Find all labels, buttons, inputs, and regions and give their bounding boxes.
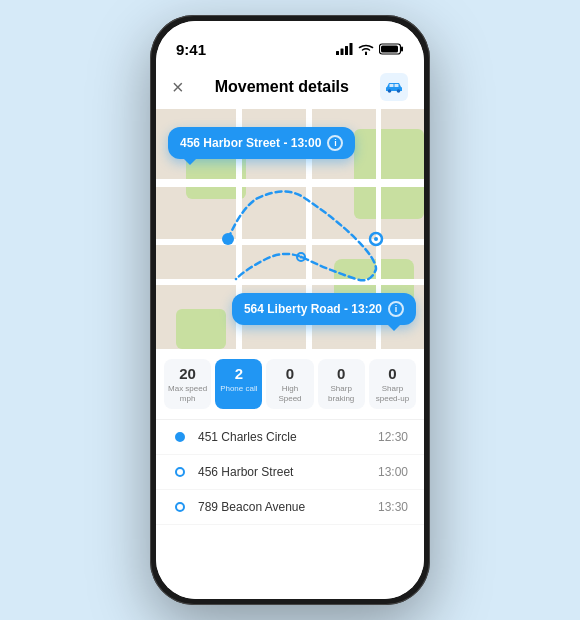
trip-time-0: 12:30: [378, 430, 408, 444]
trip-time-1: 13:00: [378, 465, 408, 479]
svg-point-8: [397, 89, 401, 93]
svg-rect-9: [389, 84, 393, 87]
trip-dot-0: [175, 432, 185, 442]
svg-point-7: [388, 89, 392, 93]
phone-frame: 9:41: [150, 15, 430, 605]
status-bar: 9:41: [156, 21, 424, 65]
car-icon: [380, 73, 408, 101]
stat-label-4: Sharp speed-up: [373, 384, 412, 403]
stat-value-0: 20: [179, 365, 196, 382]
stats-row: 20Max speed mph2Phone call0High Speed0Sh…: [156, 349, 424, 420]
tooltip-end-text: 564 Liberty Road - 13:20: [244, 302, 382, 316]
trip-list: 451 Charles Circle12:30456 Harbor Street…: [156, 420, 424, 599]
trip-dot-1: [175, 467, 185, 477]
trip-dot-container-2: [172, 502, 188, 512]
tooltip-end[interactable]: 564 Liberty Road - 13:20 i: [232, 293, 416, 325]
battery-icon: [379, 43, 404, 55]
tooltip-start[interactable]: 456 Harbor Street - 13:00 i: [168, 127, 355, 159]
phone-screen: 9:41: [156, 21, 424, 599]
svg-rect-2: [345, 46, 348, 55]
tooltip-end-info[interactable]: i: [388, 301, 404, 317]
map-background: 456 Harbor Street - 13:00 i 564 Liberty …: [156, 109, 424, 349]
svg-rect-0: [336, 51, 339, 55]
stat-item-3: 0Sharp braking: [318, 359, 365, 409]
stat-item-4: 0Sharp speed-up: [369, 359, 416, 409]
wifi-icon: [358, 43, 374, 55]
status-icons: [336, 43, 404, 55]
svg-point-15: [300, 256, 303, 259]
trip-time-2: 13:30: [378, 500, 408, 514]
signal-icon: [336, 43, 353, 55]
tooltip-start-text: 456 Harbor Street - 13:00: [180, 136, 321, 150]
page-title: Movement details: [215, 78, 349, 96]
trip-item-1[interactable]: 456 Harbor Street13:00: [156, 455, 424, 490]
tooltip-start-info[interactable]: i: [327, 135, 343, 151]
svg-rect-6: [381, 46, 398, 53]
stat-label-2: High Speed: [270, 384, 309, 403]
stat-label-0: Max speed mph: [168, 384, 207, 403]
trip-address-0: 451 Charles Circle: [198, 430, 368, 444]
svg-rect-3: [350, 43, 353, 55]
stat-item-1: 2Phone call: [215, 359, 262, 409]
trip-dot-container-0: [172, 432, 188, 442]
trip-item-0[interactable]: 451 Charles Circle12:30: [156, 420, 424, 455]
stat-value-3: 0: [337, 365, 345, 382]
svg-rect-5: [401, 47, 403, 52]
car-svg: [384, 80, 404, 94]
map-area: 456 Harbor Street - 13:00 i 564 Liberty …: [156, 109, 424, 349]
stat-item-2: 0High Speed: [266, 359, 313, 409]
header: × Movement details: [156, 65, 424, 109]
svg-rect-10: [394, 84, 398, 87]
stat-value-1: 2: [235, 365, 243, 382]
svg-rect-1: [341, 49, 344, 56]
close-button[interactable]: ×: [172, 77, 184, 97]
stat-label-3: Sharp braking: [322, 384, 361, 403]
trip-address-2: 789 Beacon Avenue: [198, 500, 368, 514]
trip-item-2[interactable]: 789 Beacon Avenue13:30: [156, 490, 424, 525]
stat-item-0: 20Max speed mph: [164, 359, 211, 409]
trip-dot-2: [175, 502, 185, 512]
svg-point-13: [374, 237, 378, 241]
trip-address-1: 456 Harbor Street: [198, 465, 368, 479]
trip-dot-container-1: [172, 467, 188, 477]
status-time: 9:41: [176, 41, 206, 58]
svg-point-11: [222, 233, 234, 245]
stat-value-4: 0: [388, 365, 396, 382]
stat-value-2: 0: [286, 365, 294, 382]
stat-label-1: Phone call: [220, 384, 257, 394]
